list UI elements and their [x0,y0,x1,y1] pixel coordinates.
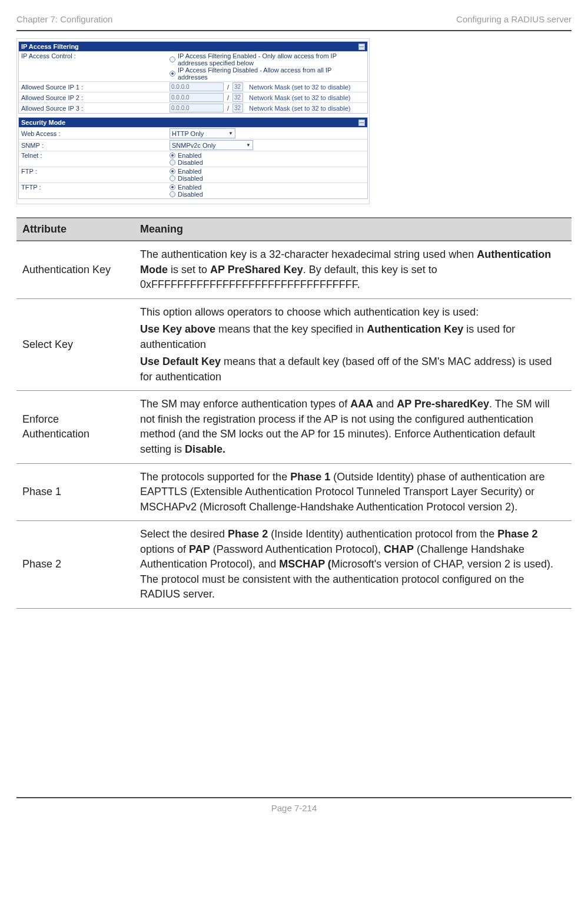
table-row: Enforce Authentication The SM may enforc… [16,391,572,463]
attr-cell: Phase 1 [16,463,134,521]
table-header-row: Attribute Meaning [16,218,572,241]
radio-enabled[interactable]: Enabled [170,168,203,175]
radio-icon [170,152,175,158]
attribute-table: Attribute Meaning Authentication Key The… [16,217,572,609]
meaning-cell: This option allows operators to choose w… [134,298,572,391]
radio-enabled[interactable]: Enabled [170,184,203,191]
meaning-cell: The authentication key is a 32-character… [134,241,572,298]
radio-label: Enabled [178,152,201,159]
collapse-icon[interactable]: — [358,120,365,126]
ip-input[interactable]: 0.0.0.0 [170,82,224,91]
radio-icon [170,168,175,174]
panel-header: IP Access Filtering — [19,42,367,51]
radio-icon [170,191,175,197]
web-access-select[interactable]: HTTP Only▼ [170,128,235,138]
allowed-source-ip-row: Allowed Source IP 1 : 0.0.0.0 / 32 Netwo… [19,81,367,92]
attr-cell: Enforce Authentication [16,391,134,463]
meaning-cell: Select the desired Phase 2 (Inside Ident… [134,521,572,609]
ip-input[interactable]: 0.0.0.0 [170,93,224,102]
tftp-row: TFTP : Enabled Disabled [19,182,367,198]
mask-input[interactable]: 32 [232,93,243,102]
table-row: Select Key This option allows operators … [16,298,572,391]
attr-cell: Select Key [16,298,134,391]
field-label: IP Access Control : [21,52,167,59]
panel-ip-access-filtering: IP Access Filtering — IP Access Control … [18,41,368,114]
field-label: Allowed Source IP 1 : [21,84,167,91]
radio-icon [170,175,175,181]
page-footer: Page 7-214 [16,797,572,813]
radio-label: Enabled [178,168,201,175]
field-label: TFTP : [21,184,167,191]
radio-icon [170,57,175,62]
panel-header: Security Mode — [19,118,367,127]
radio-label: IP Access Filtering Enabled - Only allow… [178,52,360,67]
radio-group: Enabled Disabled [170,168,203,182]
snmp-select[interactable]: SNMPv2c Only▼ [170,140,253,150]
embedded-screenshot: IP Access Filtering — IP Access Control … [16,38,370,204]
radio-enabled[interactable]: IP Access Filtering Enabled - Only allow… [170,52,360,67]
col-meaning: Meaning [134,218,572,241]
radio-disabled[interactable]: Disabled [170,159,203,166]
mask-hint: Network Mask (set to 32 to disable) [245,84,350,91]
radio-group: Enabled Disabled [170,184,203,198]
radio-label: Enabled [178,184,201,191]
allowed-source-ip-row: Allowed Source IP 2 : 0.0.0.0 / 32 Netwo… [19,92,367,102]
radio-icon [170,71,175,77]
mask-hint: Network Mask (set to 32 to disable) [245,94,350,101]
header-right: Configuring a RADIUS server [456,14,572,24]
field-label: FTP : [21,168,167,175]
radio-disabled[interactable]: Disabled [170,191,203,198]
radio-label: Disabled [178,159,203,166]
radio-label: Disabled [178,191,203,198]
collapse-icon[interactable]: — [358,44,365,50]
radio-icon [170,184,175,190]
radio-enabled[interactable]: Enabled [170,152,203,159]
ip-input[interactable]: 0.0.0.0 [170,104,224,112]
col-attribute: Attribute [16,218,134,241]
table-row: Phase 1 The protocols supported for the … [16,463,572,521]
panel-title: IP Access Filtering [21,43,79,50]
field-label: Allowed Source IP 3 : [21,105,167,112]
field-label: Allowed Source IP 2 : [21,94,167,101]
radio-label: Disabled [178,175,203,182]
page-number: Page 7-214 [271,803,317,813]
radio-label: IP Access Filtering Disabled - Allow acc… [178,67,360,81]
header-rule [16,30,572,31]
footer-rule [16,797,572,798]
chevron-down-icon: ▼ [241,142,251,148]
meaning-cell: The protocols supported for the Phase 1 … [134,463,572,521]
snmp-row: SNMP : SNMPv2c Only▼ [19,139,367,151]
field-label: SNMP : [21,142,167,149]
field-label: Telnet : [21,152,167,159]
radio-group: Enabled Disabled [170,152,203,166]
web-access-row: Web Access : HTTP Only▼ [19,127,367,139]
mask-hint: Network Mask (set to 32 to disable) [245,105,350,112]
ip-access-control-row: IP Access Control : IP Access Filtering … [19,51,367,81]
field-label: Web Access : [21,130,167,137]
page-header: Chapter 7: Configuration Configuring a R… [16,14,572,30]
attr-cell: Authentication Key [16,241,134,298]
mask-input[interactable]: 32 [232,82,243,91]
mask-input[interactable]: 32 [232,104,243,112]
allowed-source-ip-row: Allowed Source IP 3 : 0.0.0.0 / 32 Netwo… [19,102,367,113]
radio-icon [170,160,175,165]
radio-group: IP Access Filtering Enabled - Only allow… [170,52,360,81]
panel-title: Security Mode [21,119,65,126]
meaning-cell: The SM may enforce authentication types … [134,391,572,463]
ftp-row: FTP : Enabled Disabled [19,167,367,182]
attr-cell: Phase 2 [16,521,134,609]
chevron-down-icon: ▼ [224,131,233,136]
radio-disabled[interactable]: IP Access Filtering Disabled - Allow acc… [170,67,360,81]
header-left: Chapter 7: Configuration [16,14,112,24]
radio-disabled[interactable]: Disabled [170,175,203,182]
table-row: Phase 2 Select the desired Phase 2 (Insi… [16,521,572,609]
panel-security-mode: Security Mode — Web Access : HTTP Only▼ … [18,117,368,199]
table-row: Authentication Key The authentication ke… [16,241,572,298]
telnet-row: Telnet : Enabled Disabled [19,151,367,167]
